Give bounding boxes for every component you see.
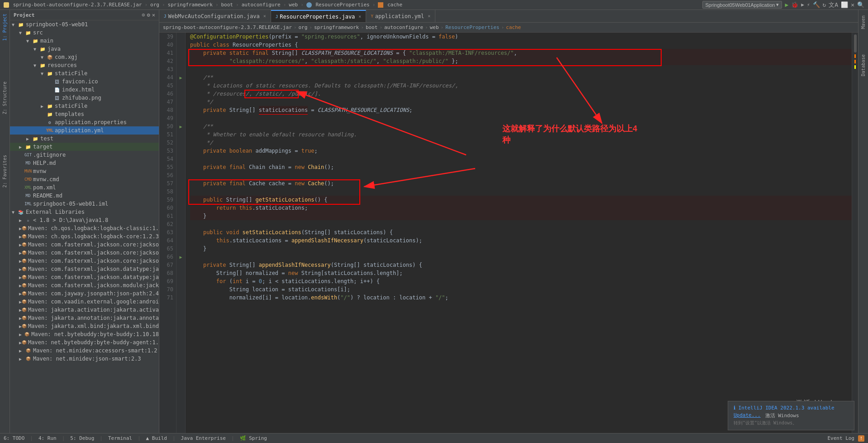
bc-cache[interactable]: cache [506, 24, 521, 30]
status-spring[interactable]: 🌿 Spring [240, 435, 267, 441]
tree-item-app-props[interactable]: ▶ ⚙ application.properties [10, 118, 159, 126]
maximize-button[interactable]: ⬜ [841, 1, 848, 8]
close-button[interactable]: ✕ [851, 1, 854, 8]
tree-item-help-md[interactable]: ▶ MD HELP.md [10, 159, 159, 167]
breadcrumb-org[interactable]: org [150, 2, 159, 8]
tree-item-gitignore[interactable]: ▶ GIT .gitignore [10, 151, 159, 159]
breadcrumb-jar[interactable]: spring-boot-autoconfigure-2.3.7.RELEASE.… [4, 2, 142, 8]
bc-autoconfigure[interactable]: autoconfigure [384, 24, 423, 30]
database-panel-button[interactable]: Database [859, 51, 868, 80]
tree-item-lib-jackson-dt1[interactable]: ▶ 📦 Maven: com.fasterxml.jackson.datatyp… [10, 265, 159, 273]
tree-item-lib-jakarta-annotation[interactable]: ▶ 📦 Maven: jakarta.annotation:jakarta.an… [10, 314, 159, 322]
bc-web[interactable]: web [430, 24, 439, 30]
tree-item-resources[interactable]: ▼ 📁 resources [10, 61, 159, 69]
project-panel-button[interactable]: 1: Project [1, 12, 8, 43]
bc-rp[interactable]: ResourceProperties [445, 24, 499, 30]
tree-item-lib-json-smart[interactable]: ▶ 📦 Maven: net.minidev:json-smart:2.3 [10, 355, 159, 363]
tree-item-lib-vaadin[interactable]: ▶ 📦 Maven: com.vaadin.external.google:an… [10, 298, 159, 306]
tab-close-rp[interactable]: × [358, 14, 361, 19]
bc-jar[interactable]: spring-boot-autoconfigure-2.3.7.RELEASE.… [163, 24, 292, 30]
gutter-fold-67[interactable]: ▶ [179, 255, 182, 260]
run-config-dropdown[interactable]: Springboot05Web01Application ▾ [702, 1, 782, 9]
tree-item-readme[interactable]: ▶ MD README.md [10, 192, 159, 200]
tree-item-staticfile-folder[interactable]: ▶ 📁 staticFile [10, 102, 159, 110]
tree-item-mvnw-cmd[interactable]: ▶ CMD mvnw.cmd [10, 175, 159, 183]
tree-item-src[interactable]: ▼ 📁 src [10, 29, 159, 37]
breadcrumb-springframework[interactable]: springframework [168, 2, 213, 8]
tab-close-webmvc[interactable]: × [263, 14, 266, 19]
tree-item-lib-logback-core[interactable]: ▶ 📦 Maven: ch.qos.logback:logback-core:1… [10, 232, 159, 241]
status-build[interactable]: ▲ Build [146, 435, 167, 441]
profile-button[interactable]: ⚡ [807, 2, 810, 8]
tab-close-yml[interactable]: × [428, 14, 430, 19]
structure-panel-button[interactable]: Z: Structure [1, 80, 8, 116]
tab-app-yml[interactable]: Y application.yml × [366, 10, 435, 23]
bc-springframework[interactable]: springframework [314, 24, 359, 30]
tree-item-lib-jsonpath[interactable]: ▶ 📦 Maven: com.jayway.jsonpath:json-path… [10, 289, 159, 298]
sidebar-close-icon[interactable]: ✕ [152, 12, 155, 18]
tree-item-favicon[interactable]: ▶ 🖼 favicon.ico [10, 77, 159, 86]
status-event-log[interactable]: Event Log [827, 435, 854, 441]
tree-item-lib-jackson-module[interactable]: ▶ 📦 Maven: com.fasterxml.jackson.module:… [10, 281, 159, 289]
tree-item-lib-jackson-core[interactable]: ▶ 📦 Maven: com.fasterxml.jackson.core:ja… [10, 249, 159, 257]
sidebar-settings-icon[interactable]: ⚙ [147, 12, 150, 18]
tree-item-lib-jackson-dt2[interactable]: ▶ 📦 Maven: com.fasterxml.jackson.datatyp… [10, 273, 159, 281]
tree-item-root[interactable]: ▼ 📁 springboot-05-web01 [10, 20, 159, 29]
tree-item-iml[interactable]: ▶ IML springboot-05-web01.iml [10, 200, 159, 208]
sidebar-scope-icon[interactable]: ⊙ [142, 12, 145, 18]
tree-item-index-html[interactable]: ▶ 📄 index.html [10, 86, 159, 94]
status-run[interactable]: 4: Run [38, 435, 57, 441]
tree-item-main[interactable]: ▼ 📁 main [10, 37, 159, 45]
tree-item-static[interactable]: ▼ 📁 staticFile [10, 69, 159, 77]
tree-item-zhifubao[interactable]: ▶ 🖼 zhifubao.png [10, 94, 159, 102]
scrollbar-right[interactable] [852, 33, 858, 433]
notification-update-link[interactable]: Update... [734, 412, 761, 419]
tree-item-lib-accessors[interactable]: ▶ 📦 Maven: net.minidev:accessors-smart:1… [10, 347, 159, 355]
breadcrumb-boot[interactable]: boot [221, 2, 234, 8]
tree-item-lib-logback-classic[interactable]: ▶ 📦 Maven: ch.qos.logback:logback-classi… [10, 224, 159, 232]
maven-panel-button[interactable]: Maven [859, 12, 868, 33]
tree-item-java-src[interactable]: ▼ 📁 java [10, 45, 159, 53]
tree-item-lib-jakarta-bind[interactable]: ▶ 📦 Maven: jakarta.xml.bind:jakarta.xml.… [10, 322, 159, 330]
tree-item-ext-libs[interactable]: ▼ 📚 External Libraries [10, 208, 159, 216]
debug-button[interactable]: 🐞 [791, 1, 798, 8]
translate-button[interactable]: 文A [829, 1, 838, 9]
tab-webmvc[interactable]: J WebMvcAutoConfiguration.java × [159, 10, 271, 23]
status-debug[interactable]: 5: Debug [70, 435, 94, 441]
tree-item-lib-bytebuddy[interactable]: ▶ 📦 Maven: net.bytebuddy:byte-buddy:1.10… [10, 330, 159, 338]
scrollbar-thumb[interactable] [854, 34, 857, 53]
build-button[interactable]: 🔨 [813, 1, 820, 8]
tree-item-pkg[interactable]: ▼ 📦 com.xgj [10, 53, 159, 61]
mvnw-cmd-icon: CMD [24, 176, 32, 183]
tree-item-lib-jackson-databind[interactable]: ▶ 📦 Maven: com.fasterxml.jackson.core:ja… [10, 257, 159, 265]
bc-boot[interactable]: boot [366, 24, 378, 30]
update-button[interactable]: ↻ [823, 1, 826, 8]
breadcrumb-web[interactable]: web [289, 2, 298, 8]
tree-item-templates[interactable]: ▶ 📁 templates [10, 110, 159, 118]
gutter-fold-44[interactable]: ▶ [179, 75, 182, 80]
tree-item-lib-jakarta-activation[interactable]: ▶ 📦 Maven: jakarta.activation:jakarta.ac… [10, 306, 159, 314]
tree-item-lib-jackson-annotations[interactable]: ▶ 📦 Maven: com.fasterxml.jackson.core:ja… [10, 241, 159, 249]
tab-resource-props[interactable]: J ResourceProperties.java × [271, 10, 367, 23]
tree-item-pom-xml[interactable]: ▶ XML pom.xml [10, 183, 159, 192]
search-button[interactable]: 🔍 [857, 1, 864, 8]
gutter-fold-50[interactable]: ▶ [179, 124, 182, 129]
code-editor[interactable]: 39 40 41 42 43 44 45 46 47 48 49 50 51 5… [159, 33, 858, 433]
tree-item-jdk[interactable]: ▶ ☕ < 1.8 > D:\Java\java1.8 [10, 216, 159, 224]
status-todo[interactable]: 6: TODO [4, 435, 24, 441]
tree-item-lib-bytebuddy-agent[interactable]: ▶ 📦 Maven: net.bytebuddy:byte-buddy-agen… [10, 338, 159, 347]
tree-item-test[interactable]: ▶ 📁 test [10, 135, 159, 143]
tree-item-app-yml[interactable]: ▶ YML application.yml [10, 126, 159, 135]
tree-item-target[interactable]: ▶ 📁 target [10, 143, 159, 151]
breadcrumb-field[interactable]: cache [378, 2, 402, 8]
status-terminal[interactable]: Terminal [108, 435, 132, 441]
status-java-enterprise[interactable]: Java Enterprise [181, 435, 226, 441]
run-button[interactable]: ▶ [785, 1, 788, 8]
coverage-button[interactable]: ▶ [801, 2, 804, 8]
bc-org[interactable]: org [298, 24, 307, 30]
favorites-panel-button[interactable]: 2: Favorites [1, 153, 8, 189]
tree-item-mvnw[interactable]: ▶ MVN mvnw [10, 167, 159, 175]
breadcrumb-autoconfigure[interactable]: autoconfigure [242, 2, 281, 8]
lib-v-icon: 📦 [22, 298, 27, 305]
breadcrumb-class[interactable]: ResourceProperties [306, 2, 370, 8]
